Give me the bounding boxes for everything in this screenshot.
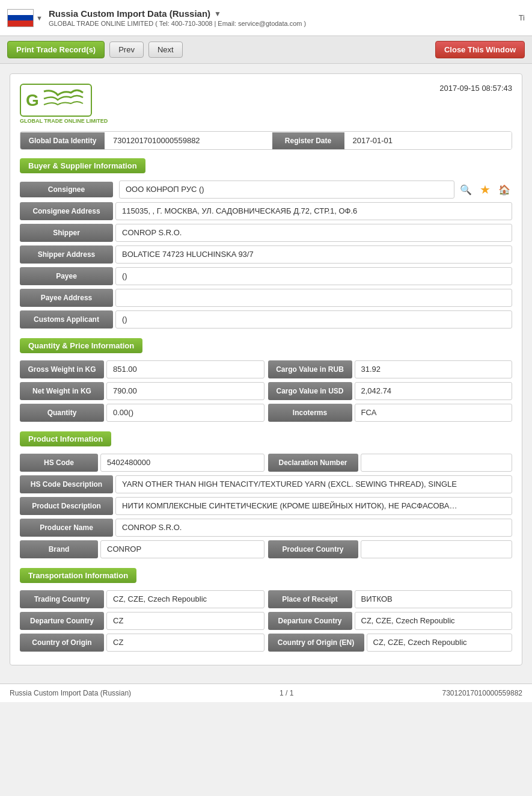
shipper-row: Shipper CONROP S.R.O.: [20, 224, 512, 242]
main-content: G GLOBAL TRADE ONLINE LIMITED 2017-09-15…: [0, 64, 532, 683]
cargo-rub-label: Cargo Value in RUB: [268, 360, 352, 378]
quantity-incoterms-row: Quantity 0.00() Incoterms FCA: [20, 404, 512, 422]
country-of-origin-label: Country of Origin: [20, 634, 104, 652]
gross-weight-field: Gross Weight in KG 851.00: [20, 360, 264, 378]
title-dropdown-icon[interactable]: ▼: [214, 10, 221, 18]
svg-text:G: G: [26, 91, 39, 110]
consignee-value: ООО КОНРОП РУС (): [119, 180, 454, 199]
logo-tagline: GLOBAL TRADE ONLINE LIMITED: [20, 118, 108, 124]
company-name: GLOBAL TRADE ONLINE LIMITED: [49, 20, 153, 27]
producer-name-row: Producer Name CONROP S.R.O.: [20, 519, 512, 537]
producer-country-label: Producer Country: [268, 540, 358, 558]
global-id-value: 73012017010000559882: [105, 132, 272, 149]
global-id-label: Global Data Identity: [20, 132, 105, 149]
net-weight-label: Net Weight in KG: [20, 382, 104, 400]
cargo-rub-field: Cargo Value in RUB 31.92: [268, 360, 513, 378]
hs-code-label: HS Code: [20, 454, 98, 472]
gto-logo-svg: G: [23, 87, 89, 114]
buyer-supplier-header: Buyer & Supplier Information: [20, 158, 145, 173]
header-title-block: Russia Custom Import Data (Russian) ▼ GL…: [49, 8, 513, 27]
departure-country-field: Departure Country CZ: [20, 612, 264, 630]
consignee-label: Consignee: [20, 182, 113, 197]
buyer-supplier-section: Buyer & Supplier Information Consignee О…: [20, 158, 512, 329]
footer-record-label: Russia Custom Import Data (Russian): [10, 689, 131, 697]
declaration-value: [361, 454, 513, 472]
gross-weight-label: Gross Weight in KG: [20, 360, 104, 378]
prod-desc-label: Product Description: [20, 497, 113, 515]
company-info: GLOBAL TRADE ONLINE LIMITED ( Tel: 400-7…: [49, 20, 513, 27]
brand-field: Brand CONROP: [20, 540, 264, 558]
app-header: ▼ Russia Custom Import Data (Russian) ▼ …: [0, 0, 532, 36]
payee-row: Payee (): [20, 267, 512, 285]
prev-button[interactable]: Prev: [109, 42, 144, 58]
cargo-usd-label: Cargo Value in USD: [268, 382, 352, 400]
trading-country-value: CZ, CZE, Czech Repoublic: [106, 590, 264, 608]
departure-country-value: CZ: [106, 612, 264, 630]
country-of-origin-en-field: Country of Origin (EN) CZ, CZE, Czech Re…: [268, 634, 513, 652]
next-button[interactable]: Next: [148, 42, 183, 58]
shipper-value: CONROP S.R.O.: [115, 224, 512, 242]
page-footer: Russia Custom Import Data (Russian) 1 / …: [0, 683, 532, 702]
main-card: G GLOBAL TRADE ONLINE LIMITED 2017-09-15…: [10, 73, 522, 665]
departure-row: Departure Country CZ Departure Country C…: [20, 612, 512, 630]
logo-box: G GLOBAL TRADE ONLINE LIMITED: [20, 84, 108, 124]
hs-declaration-row: HS Code 5402480000 Declaration Number: [20, 454, 512, 472]
home-icon[interactable]: 🏠: [497, 182, 512, 197]
brand-label: Brand: [20, 540, 98, 558]
consignee-address-row: Consignee Address 115035, , Г. МОСКВА, У…: [20, 202, 512, 220]
star-icon[interactable]: ★: [477, 182, 493, 197]
quantity-value: 0.00(): [106, 404, 264, 422]
country-of-origin-en-label: Country of Origin (EN): [268, 634, 364, 652]
place-of-receipt-field: Place of Receipt ВИТКОВ: [268, 590, 513, 608]
hs-desc-label: HS Code Description: [20, 475, 113, 493]
incoterms-value: FCA: [355, 404, 513, 422]
logo-row: G GLOBAL TRADE ONLINE LIMITED 2017-09-15…: [20, 84, 512, 124]
place-of-receipt-value: ВИТКОВ: [355, 590, 513, 608]
hs-desc-row: HS Code Description YARN OTHER THAN HIGH…: [20, 475, 512, 493]
departure-country-label: Departure Country: [20, 612, 104, 630]
app-title: Russia Custom Import Data (Russian) ▼: [49, 8, 513, 19]
payee-value: (): [115, 267, 512, 285]
consignee-address-label: Consignee Address: [20, 202, 113, 220]
brand-value: CONROP: [100, 540, 264, 558]
shipper-address-row: Shipper Address BOLATICE 74723 HLUCHINSK…: [20, 245, 512, 264]
register-date-label: Register Date: [272, 132, 344, 149]
brand-producer-country-row: Brand CONROP Producer Country: [20, 540, 512, 558]
russia-flag-icon: [7, 9, 34, 27]
country-of-origin-en-value: CZ, CZE, Czech Repoublic: [367, 634, 513, 652]
trading-place-row: Trading Country CZ, CZE, Czech Repoublic…: [20, 590, 512, 608]
origin-row: Country of Origin CZ Country of Origin (…: [20, 634, 512, 652]
departure-country2-field: Departure Country CZ, CZE, Czech Repoubl…: [268, 612, 513, 630]
print-button[interactable]: Print Trade Record(s): [7, 41, 105, 58]
transportation-section: Transportation Information Trading Count…: [20, 568, 512, 652]
country-of-origin-value: CZ: [106, 634, 264, 652]
consignee-address-value: 115035, , Г. МОСКВА, УЛ. САДОВНИЧЕСКАЯБ …: [115, 202, 512, 220]
app-title-text: Russia Custom Import Data (Russian): [49, 8, 210, 19]
close-button[interactable]: Close This Window: [435, 41, 525, 58]
producer-country-field: Producer Country: [268, 540, 513, 558]
incoterms-field: Incoterms FCA: [268, 404, 513, 422]
cargo-rub-value: 31.92: [355, 360, 513, 378]
trading-country-field: Trading Country CZ, CZE, Czech Repoublic: [20, 590, 264, 608]
identity-row: Global Data Identity 7301201701000055988…: [20, 131, 512, 150]
quantity-field: Quantity 0.00(): [20, 404, 264, 422]
tab-label: Ti: [519, 13, 525, 22]
declaration-field: Declaration Number: [268, 454, 513, 472]
net-weight-field: Net Weight in KG 790.00: [20, 382, 264, 400]
shipper-address-value: BOLATICE 74723 HLUCHINSKA 93/7: [115, 245, 512, 264]
quantity-label: Quantity: [20, 404, 104, 422]
product-section: Product Information HS Code 5402480000 D…: [20, 431, 512, 558]
net-cargo-usd-row: Net Weight in KG 790.00 Cargo Value in U…: [20, 382, 512, 400]
customs-applicant-label: Customs Applicant: [20, 310, 113, 329]
incoterms-label: Incoterms: [268, 404, 352, 422]
departure-country2-label: Departure Country: [268, 612, 352, 630]
quantity-price-section: Quantity & Price Information Gross Weigh…: [20, 338, 512, 422]
flag-dropdown-icon[interactable]: ▼: [36, 14, 43, 22]
search-icon[interactable]: 🔍: [458, 182, 474, 197]
toolbar: Print Trade Record(s) Prev Next Close Th…: [0, 36, 532, 64]
payee-address-value: [115, 289, 512, 307]
footer-page-info: 1 / 1: [280, 689, 293, 697]
register-date-value: 2017-01-01: [344, 132, 512, 149]
company-contact: ( Tel: 400-710-3008 | Email: service@gto…: [155, 20, 306, 27]
prod-desc-row: Product Description НИТИ КОМПЛЕКСНЫЕ СИН…: [20, 497, 512, 515]
